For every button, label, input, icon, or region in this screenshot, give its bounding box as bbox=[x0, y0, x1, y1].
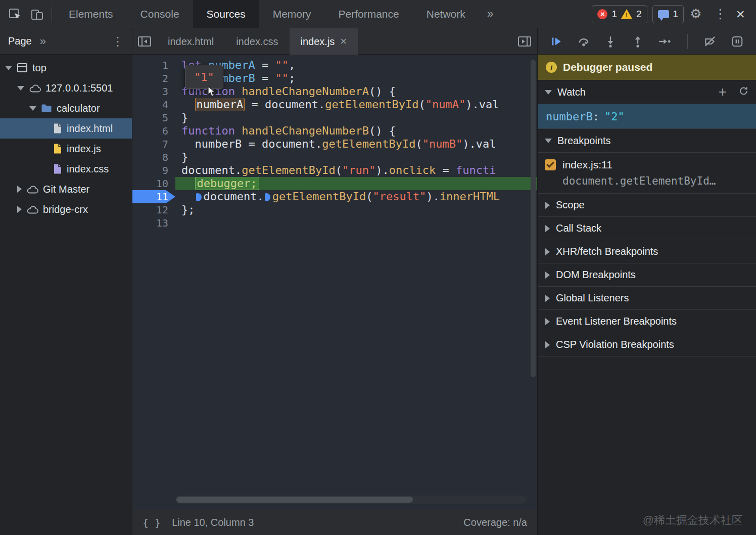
tree-item-index.html[interactable]: index.html bbox=[0, 118, 132, 139]
breakpoint-checkbox[interactable] bbox=[545, 159, 556, 170]
navigator-tab-page[interactable]: Page bbox=[8, 35, 32, 47]
section-scope[interactable]: Scope bbox=[538, 194, 756, 217]
breakpoint-entry[interactable]: index.js:11document.getElementById… bbox=[538, 153, 756, 194]
section-xhr-fetch-breakpoints[interactable]: XHR/fetch Breakpoints bbox=[538, 240, 756, 263]
line-number[interactable]: 9 bbox=[132, 164, 175, 177]
line-number[interactable]: 1 bbox=[132, 59, 175, 72]
more-panels-button[interactable]: » bbox=[479, 7, 502, 21]
panel-tab-memory[interactable]: Memory bbox=[259, 0, 325, 28]
toggle-panel-icon[interactable] bbox=[518, 36, 537, 47]
collapsed-triangle-icon[interactable] bbox=[17, 206, 22, 213]
collapsed-triangle-icon bbox=[545, 202, 550, 209]
code-token bbox=[181, 190, 195, 203]
collapsed-triangle-icon[interactable] bbox=[17, 186, 22, 193]
navigator-more-tabs[interactable]: » bbox=[32, 35, 54, 48]
line-number[interactable]: 12 bbox=[132, 203, 175, 216]
section-dom-breakpoints[interactable]: DOM Breakpoints bbox=[538, 263, 756, 287]
inline-step-marker[interactable] bbox=[265, 193, 270, 201]
line-number[interactable]: 3 bbox=[132, 85, 175, 98]
panel-tab-network[interactable]: Network bbox=[413, 0, 479, 28]
line-number[interactable]: 10 bbox=[132, 177, 175, 190]
editor-tab-index.js[interactable]: index.js× bbox=[290, 28, 358, 55]
breakpoint-snippet: document.getElementById… bbox=[545, 175, 749, 187]
code-line-text[interactable]: } bbox=[175, 151, 537, 164]
section-call-stack[interactable]: Call Stack bbox=[538, 217, 756, 240]
horizontal-scrollbar-thumb[interactable] bbox=[176, 497, 413, 503]
step-out-icon[interactable] bbox=[630, 34, 645, 49]
section-event-listener-breakpoints[interactable]: Event Listener Breakpoints bbox=[538, 310, 756, 333]
code-line-text[interactable]: let numberA = "", bbox=[175, 59, 537, 72]
code-token: handleChangeNumberB bbox=[242, 124, 369, 137]
breakpoint-flag[interactable]: 11 bbox=[132, 190, 175, 203]
line-number[interactable]: 13 bbox=[132, 216, 175, 230]
settings-gear-icon[interactable]: ⚙ bbox=[684, 6, 707, 22]
tree-item-bridge-crx[interactable]: bridge-crx bbox=[0, 199, 132, 219]
panel-tab-console[interactable]: Console bbox=[127, 0, 193, 28]
issues-badge[interactable]: 1 bbox=[652, 5, 684, 23]
code-line-text[interactable]: debugger; bbox=[175, 177, 537, 190]
resume-icon[interactable] bbox=[549, 34, 564, 49]
line-number[interactable]: 2 bbox=[132, 72, 175, 85]
deactivate-breakpoints-icon[interactable] bbox=[702, 34, 718, 49]
code-line-text[interactable]: numberB = document.getElementById("numB"… bbox=[175, 138, 537, 151]
code-line-text[interactable]: } bbox=[175, 111, 537, 124]
panel-tab-performance[interactable]: Performance bbox=[325, 0, 413, 28]
console-errors-warnings-badge[interactable]: × 1 ! 2 bbox=[592, 5, 647, 23]
code-area[interactable]: 1let numberA = "",2 numberB = "";3functi… bbox=[132, 55, 537, 510]
code-token: getElementById bbox=[322, 138, 415, 150]
line-number[interactable]: 8 bbox=[132, 151, 175, 164]
code-line-text[interactable] bbox=[175, 216, 537, 230]
value-preview-tooltip: "1" bbox=[185, 65, 223, 89]
vertical-scrollbar[interactable] bbox=[531, 60, 536, 377]
code-line-12: 12}; bbox=[132, 203, 537, 216]
inspect-element-icon[interactable] bbox=[4, 0, 26, 28]
tree-item-top[interactable]: top bbox=[0, 58, 132, 78]
tree-item-index.js[interactable]: index.js bbox=[0, 139, 132, 159]
code-line-text[interactable]: numberB = ""; bbox=[175, 72, 537, 85]
panel-tab-elements[interactable]: Elements bbox=[55, 0, 127, 28]
line-number[interactable]: 6 bbox=[132, 124, 175, 138]
line-number[interactable]: 4 bbox=[132, 98, 175, 111]
section-global-listeners[interactable]: Global Listeners bbox=[538, 287, 756, 310]
add-watch-expression-icon[interactable]: + bbox=[719, 85, 727, 99]
editor-tab-index.html[interactable]: index.html bbox=[157, 28, 225, 55]
step-icon[interactable] bbox=[657, 34, 672, 49]
tree-item-calculator[interactable]: calculator bbox=[0, 98, 132, 118]
code-line-text[interactable]: function handleChangeNumberB() { bbox=[175, 124, 537, 138]
inline-step-marker[interactable] bbox=[196, 193, 202, 201]
hide-navigator-icon[interactable] bbox=[132, 36, 157, 47]
line-number[interactable]: 5 bbox=[132, 111, 175, 124]
pause-on-exceptions-icon[interactable] bbox=[730, 34, 745, 49]
code-line-text[interactable]: document.getElementById("result").innerH… bbox=[175, 190, 537, 203]
code-line-text[interactable]: }; bbox=[175, 203, 537, 216]
section-csp-violation-breakpoints[interactable]: CSP Violation Breakpoints bbox=[538, 333, 756, 356]
step-over-icon[interactable] bbox=[576, 34, 591, 49]
code-line-text[interactable]: document.getElementById("run").onclick =… bbox=[175, 164, 537, 177]
line-number[interactable]: 7 bbox=[132, 138, 175, 151]
tree-item-index.css[interactable]: index.css bbox=[0, 159, 132, 179]
step-into-icon[interactable] bbox=[603, 34, 618, 49]
expanded-triangle-icon[interactable] bbox=[29, 106, 36, 111]
editor-tab-index.css[interactable]: index.css bbox=[225, 28, 289, 55]
horizontal-scrollbar[interactable] bbox=[175, 496, 526, 504]
pretty-print-icon[interactable]: { } bbox=[143, 517, 161, 529]
expanded-triangle-icon[interactable] bbox=[5, 66, 12, 70]
tree-item-git-master[interactable]: Git Master bbox=[0, 179, 132, 199]
watch-expression[interactable]: numberB:"2" bbox=[538, 104, 756, 129]
panel-tab-sources[interactable]: Sources bbox=[193, 0, 259, 28]
breakpoints-section-header[interactable]: Breakpoints bbox=[538, 129, 756, 153]
code-line-text[interactable]: numberA = document.getElementById("numA"… bbox=[175, 98, 537, 111]
expanded-triangle-icon[interactable] bbox=[17, 86, 24, 91]
editor-statusbar: { } Line 10, Column 3 Coverage: n/a bbox=[132, 510, 537, 535]
tree-item-127.0.0.1-5501[interactable]: 127.0.0.1:5501 bbox=[0, 78, 132, 98]
watch-section-header[interactable]: Watch + bbox=[538, 80, 756, 104]
refresh-watch-icon[interactable] bbox=[739, 86, 749, 99]
cloud-icon bbox=[26, 185, 38, 194]
toggle-device-toolbar-icon[interactable] bbox=[26, 0, 49, 28]
code-line-text[interactable]: function handleChangeNumberA() { bbox=[175, 85, 537, 98]
more-options-kebab-icon[interactable]: ⋮ bbox=[707, 6, 733, 22]
navigator-menu-icon[interactable]: ⋮ bbox=[112, 34, 124, 49]
code-editor: 1let numberA = "",2 numberB = "";3functi… bbox=[132, 55, 538, 535]
close-tab-icon[interactable]: × bbox=[340, 35, 347, 48]
close-devtools-icon[interactable]: × bbox=[733, 6, 752, 23]
